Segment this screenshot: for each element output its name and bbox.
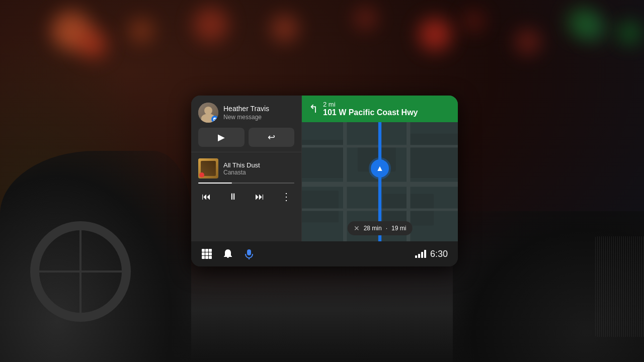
prev-button[interactable]: ⏮: [198, 189, 214, 205]
signal-bar-3: [421, 252, 423, 258]
steering-wheel: [30, 221, 131, 322]
nav-info: 2 mi 101 W Pacific Coast Hwy: [323, 101, 418, 117]
play-button[interactable]: ▶: [198, 128, 245, 147]
bokeh-circle: [271, 15, 298, 42]
nav-street: 101 W Pacific Coast Hwy: [323, 108, 418, 117]
svg-rect-14: [209, 249, 212, 252]
bottom-left-icons: [201, 248, 255, 259]
microphone-button[interactable]: [244, 248, 255, 259]
svg-rect-12: [202, 249, 205, 252]
signal-bars: [415, 250, 426, 258]
signal-bar-4: [424, 250, 426, 258]
message-sender: Heather Travis: [223, 105, 294, 113]
more-button[interactable]: ⋮: [278, 189, 294, 205]
apps-button[interactable]: [201, 248, 212, 259]
music-title: All This Dust: [223, 161, 294, 169]
svg-rect-5: [302, 191, 339, 222]
bokeh-circle: [464, 11, 484, 31]
speaker-grille: [594, 236, 644, 337]
next-button[interactable]: ⏭: [252, 189, 268, 205]
svg-rect-20: [209, 256, 212, 259]
music-artist: Canasta: [223, 169, 294, 176]
signal-bar-2: [418, 254, 420, 258]
record-dot: [199, 172, 204, 177]
svg-rect-4: [409, 134, 458, 178]
bottom-bar: 6:30: [191, 241, 458, 266]
message-subtitle: New message: [223, 114, 294, 121]
eta-separator: ·: [386, 225, 387, 232]
turn-left-icon: ↰: [309, 103, 318, 116]
nav-banner: ↰ 2 mi 101 W Pacific Coast Hwy: [302, 96, 458, 122]
reply-button[interactable]: ↩: [249, 128, 295, 147]
eta-close-icon[interactable]: ✕: [354, 224, 360, 232]
bokeh-circle: [129, 18, 154, 43]
pause-button[interactable]: ⏸: [225, 189, 241, 205]
svg-rect-16: [205, 252, 208, 255]
svg-rect-17: [209, 252, 212, 255]
avatar-badge: [211, 116, 218, 123]
eta-badge: ✕ 28 min · 19 mi: [348, 221, 413, 235]
message-info: Heather Travis New message: [223, 105, 294, 121]
eta-distance: 19 mi: [391, 225, 406, 232]
bokeh-circle: [515, 29, 540, 54]
svg-rect-21: [247, 249, 251, 255]
music-card: All This Dust Canasta ⏮ ⏸ ⏭ ⋮: [191, 152, 301, 241]
message-header: Heather Travis New message: [198, 103, 294, 123]
message-card: Heather Travis New message ▶ ↩: [191, 96, 301, 152]
progress-fill: [198, 183, 232, 184]
message-actions: ▶ ↩: [198, 128, 294, 147]
music-info: All This Dust Canasta: [223, 161, 294, 176]
main-content: Heather Travis New message ▶ ↩: [191, 96, 458, 241]
signal-bar-1: [415, 255, 417, 258]
svg-rect-15: [202, 252, 205, 255]
bokeh-circle: [193, 7, 228, 42]
bokeh-circle: [419, 18, 451, 51]
music-controls: ⏮ ⏸ ⏭ ⋮: [198, 189, 294, 205]
svg-rect-18: [202, 256, 205, 259]
clock: 6:30: [430, 249, 448, 259]
bokeh-circle: [618, 22, 641, 44]
bokeh-circle: [77, 29, 108, 59]
bokeh-circle: [354, 7, 377, 30]
svg-rect-13: [205, 249, 208, 252]
android-auto-display: Heather Travis New message ▶ ↩: [191, 96, 458, 266]
avatar: [198, 103, 218, 123]
album-art: [198, 158, 218, 178]
left-panel: Heather Travis New message ▶ ↩: [191, 96, 302, 241]
music-header: All This Dust Canasta: [198, 158, 294, 178]
notification-button[interactable]: [222, 248, 233, 259]
eta-time: 28 min: [364, 225, 382, 232]
bottom-right-status: 6:30: [415, 249, 448, 259]
map-panel[interactable]: ↰ 2 mi 101 W Pacific Coast Hwy ▲ ✕ 28 mi…: [302, 96, 458, 241]
nav-distance: 2 mi: [323, 101, 418, 108]
dashboard-right: [453, 211, 644, 362]
progress-bar[interactable]: [198, 183, 294, 184]
position-marker: ▲: [371, 159, 389, 177]
svg-rect-19: [205, 256, 208, 259]
